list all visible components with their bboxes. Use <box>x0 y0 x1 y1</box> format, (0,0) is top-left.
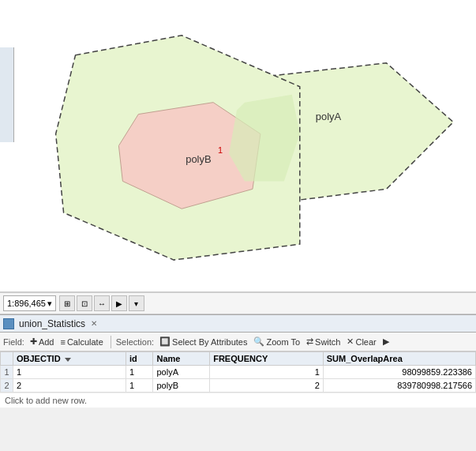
table-header-row: OBJECTID id Name FREQUENCY SUM_OverlapAr… <box>1 352 476 366</box>
scale-dropdown-arrow[interactable]: ▾ <box>47 299 52 309</box>
next-extent-icon[interactable]: ▶ <box>111 295 127 311</box>
poly-b-count: 1 <box>218 145 223 155</box>
more-options-button[interactable]: ▶ <box>380 336 392 348</box>
table-row[interactable]: 2 2 1 polyB 2 839780998.217566 <box>1 379 476 393</box>
objectid-cell: 2 <box>13 379 126 393</box>
map-area: polyA polyB 1 <box>0 0 476 292</box>
select-icon: 🔲 <box>159 336 171 347</box>
scale-value: 1:896,465 <box>7 299 46 308</box>
more-icon: ▶ <box>383 336 389 347</box>
col-rownum <box>1 352 13 366</box>
col-id[interactable]: id <box>126 352 153 366</box>
zoom-full-icon[interactable]: ⊞ <box>59 295 75 311</box>
add-button[interactable]: ✚ Add <box>28 336 57 348</box>
selection-section: Selection: 🔲 Select By Attributes 🔍 Zoom… <box>116 336 392 348</box>
sort-arrow-objectid <box>65 358 71 362</box>
col-frequency[interactable]: FREQUENCY <box>210 352 324 366</box>
name-cell: polyB <box>153 379 210 393</box>
col-sum-overlap[interactable]: SUM_OverlapArea <box>323 352 475 366</box>
calculate-button[interactable]: ≡ Calculate <box>58 336 105 348</box>
id-cell: 1 <box>126 366 153 379</box>
separator-1 <box>111 336 111 348</box>
zoom-to-button[interactable]: 🔍 Zoom To <box>251 336 302 348</box>
col-name[interactable]: Name <box>153 352 210 366</box>
sum-overlap-cell: 98099859.223386 <box>323 366 475 379</box>
poly-b-label: polyB <box>186 153 211 165</box>
zoom-layer-icon[interactable]: ⊡ <box>77 295 92 311</box>
id-cell: 1 <box>126 379 153 393</box>
scale-box[interactable]: 1:896,465 ▾ <box>3 295 56 311</box>
table-toolbar: Field: ✚ Add ≡ Calculate Selection: 🔲 Se… <box>0 333 476 351</box>
field-section: Field: ✚ Add ≡ Calculate <box>3 336 106 348</box>
frequency-cell: 2 <box>210 379 324 393</box>
table-body: 1 1 1 polyA 1 98099859.223386 2 2 1 poly… <box>1 366 476 393</box>
poly-a-label: polyA <box>316 111 342 122</box>
map-toolbar-icons: ⊞ ⊡ ↔ ▶ ▾ <box>59 295 144 311</box>
select-by-attributes-button[interactable]: 🔲 Select By Attributes <box>157 336 249 348</box>
col-objectid[interactable]: OBJECTID <box>13 352 126 366</box>
objectid-cell: 1 <box>13 366 126 379</box>
pan-icon[interactable]: ↔ <box>94 295 110 311</box>
selection-label: Selection: <box>116 337 154 347</box>
table-header-bar: union_Statistics ✕ <box>0 315 476 333</box>
new-row-hint[interactable]: Click to add new row. <box>0 393 476 408</box>
row-num-cell: 1 <box>1 366 13 379</box>
data-table: OBJECTID id Name FREQUENCY SUM_OverlapAr… <box>0 351 476 393</box>
clear-button[interactable]: ✕ Clear <box>344 336 378 348</box>
clear-icon: ✕ <box>347 336 354 347</box>
table-row[interactable]: 1 1 1 polyA 1 98099859.223386 <box>1 366 476 379</box>
table-close-button[interactable]: ✕ <box>88 318 99 329</box>
status-bar: 1:896,465 ▾ ⊞ ⊡ ↔ ▶ ▾ <box>0 292 476 314</box>
attribute-table-panel: union_Statistics ✕ Field: ✚ Add ≡ Calcul… <box>0 314 476 408</box>
add-icon: ✚ <box>30 336 37 347</box>
more-tools-icon[interactable]: ▾ <box>129 295 144 311</box>
frequency-cell: 1 <box>210 366 324 379</box>
switch-icon: ⇄ <box>306 336 313 347</box>
field-label: Field: <box>3 337 24 347</box>
switch-button[interactable]: ⇄ Switch <box>304 336 343 348</box>
sum-overlap-cell: 839780998.217566 <box>323 379 475 393</box>
table-tab-label[interactable]: union_Statistics <box>19 318 85 329</box>
name-cell: polyA <box>153 366 210 379</box>
calculate-icon: ≡ <box>60 337 65 347</box>
row-num-cell: 2 <box>1 379 13 393</box>
zoom-icon: 🔍 <box>253 336 264 347</box>
table-icon <box>3 318 14 329</box>
